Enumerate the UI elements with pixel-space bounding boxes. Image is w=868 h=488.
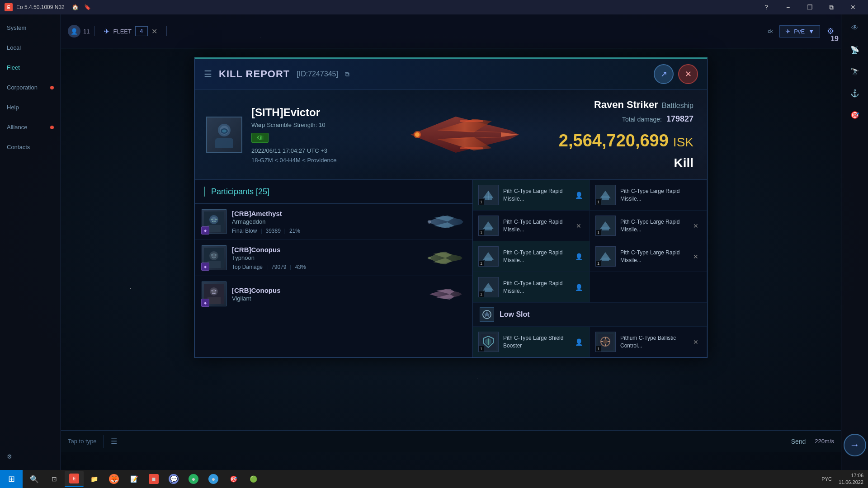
participant-ship-2: Typhoon <box>232 254 420 261</box>
taskbar-explorer[interactable]: 📁 <box>85 471 104 487</box>
items-panel: 1 Pith C-Type Large Rapid Missile... 👤 <box>473 180 707 357</box>
item-action-4[interactable]: 👤 <box>573 282 584 293</box>
bookmark-icon[interactable]: 🔖 <box>84 4 91 10</box>
taskbar-game[interactable]: E <box>65 471 84 487</box>
close-modal-button[interactable]: ✕ <box>678 64 698 84</box>
item-row-4[interactable]: 1 Pith C-Type Large Rapid Missile... 👤 <box>473 272 590 303</box>
fleet-count-box[interactable]: 4 <box>135 26 148 36</box>
item-name-1: Pith C-Type Large Rapid Missile... <box>503 188 569 203</box>
item-action-r3[interactable]: ✕ <box>690 251 701 262</box>
low-slot-action-2[interactable]: ✕ <box>690 337 701 347</box>
taskbar-notepad[interactable]: 📝 <box>124 471 143 487</box>
item-name-r1: Pith C-Type Large Rapid Missile... <box>620 188 701 203</box>
sidebar-item-help[interactable]: Help <box>0 99 61 116</box>
participant-item-2[interactable]: ◆ [CRB]Conopus Typhoon Top Damage | 7907… <box>195 240 472 276</box>
right-sidebar-icon-2[interactable]: 📡 <box>846 41 864 59</box>
hero-left-panel: [SITH]Evictor Warp Scramble Strength: 10… <box>195 90 367 179</box>
stat-label-1: Final Blow <box>232 228 257 234</box>
item-action-2[interactable]: ✕ <box>573 221 584 231</box>
export-button[interactable]: ↗ <box>654 64 674 84</box>
right-sidebar-icon-3[interactable]: 🔭 <box>846 62 864 80</box>
taskbar-firefox[interactable]: 🦊 <box>104 471 123 487</box>
sidebar-label-contacts: Contacts <box>7 144 30 150</box>
item-qty-r1: 1 <box>596 199 601 205</box>
mode-selector[interactable]: ✈ PvE ▼ <box>779 25 820 38</box>
chat-bar: Tap to type ☰ Send 220m/s <box>61 430 841 452</box>
taskbar-discord[interactable]: 💬 <box>164 471 183 487</box>
user-avatar-icon: 👤 <box>68 25 80 38</box>
item-row-r3[interactable]: 1 Pith C-Type Large Rapid Missile... ✕ <box>590 241 707 272</box>
participants-panel: Participants [25] <box>195 180 473 357</box>
notepad-icon: 📝 <box>129 474 139 484</box>
participant-item-3[interactable]: ◆ [CRB]Conopus Vigilant <box>195 276 472 312</box>
taskbar-taskview[interactable]: ⊡ <box>45 471 64 487</box>
item-action-1[interactable]: 👤 <box>573 190 584 201</box>
low-slot-action-1[interactable]: 👤 <box>573 337 584 347</box>
sidebar-item-fleet[interactable]: Fleet <box>0 59 61 76</box>
map-controls: ck <box>768 28 773 34</box>
participant-ship-img-2 <box>425 249 466 267</box>
sidebar-label-local: Local <box>7 44 21 51</box>
svg-rect-28 <box>208 261 221 268</box>
restore-button[interactable]: ⧉ <box>821 0 842 14</box>
participant-stats-1: Final Blow | 39389 | 21% <box>232 228 420 234</box>
explorer-icon: 📁 <box>89 474 99 484</box>
item-name-4: Pith C-Type Large Rapid Missile... <box>503 280 569 295</box>
send-button[interactable]: Send <box>791 438 806 445</box>
participant-avatar-1: ◆ <box>202 209 226 234</box>
chat-menu-icon[interactable]: ☰ <box>111 437 117 446</box>
participant-item[interactable]: ◆ [CRB]Amethyst Armageddon Final Blow | … <box>195 204 472 240</box>
sidebar-item-contacts[interactable]: Contacts <box>0 138 61 156</box>
close-button[interactable]: ✕ <box>843 0 863 14</box>
corporation-notification-dot <box>50 86 54 89</box>
item-action-3[interactable]: 👤 <box>573 251 584 262</box>
right-sidebar-icon-4[interactable]: ⚓ <box>846 84 864 102</box>
left-sidebar: System Local Fleet Corporation Help Alli… <box>0 14 61 470</box>
taskbar-right: PYC 17:06 11.06.2022 <box>817 472 868 486</box>
ship-image <box>383 103 528 166</box>
svg-rect-63 <box>602 258 609 261</box>
taskbar-app4[interactable]: 🎯 <box>224 471 243 487</box>
fleet-close-button[interactable]: ✕ <box>151 27 157 36</box>
svg-point-34 <box>428 257 431 259</box>
participant-avatar-3: ◆ <box>202 282 226 306</box>
taskbar-app5[interactable]: 🟢 <box>244 471 263 487</box>
svg-point-4 <box>222 130 226 133</box>
taskbar-app3[interactable]: ● <box>204 471 223 487</box>
sidebar-item-settings[interactable]: ⚙ <box>0 448 61 465</box>
taskbar-search[interactable]: 🔍 <box>25 471 44 487</box>
right-sidebar-arrow[interactable]: → <box>844 434 866 456</box>
svg-rect-54 <box>485 227 492 230</box>
minimize-button[interactable]: − <box>778 0 798 14</box>
sidebar-item-system[interactable]: System <box>0 19 61 37</box>
svg-rect-18 <box>208 225 221 232</box>
modal-action-buttons: ↗ ✕ <box>654 64 698 84</box>
help-button[interactable]: ? <box>756 0 777 14</box>
svg-point-75 <box>603 339 608 344</box>
low-slot-item-2[interactable]: 1 Pithum C-Type Ballistic Control... ✕ <box>590 327 707 357</box>
low-slot-item-1[interactable]: 1 Pith C-Type Large Shield Booster 👤 <box>473 327 590 357</box>
user-section[interactable]: 👤 11 <box>68 25 90 38</box>
right-sidebar-icon-5[interactable]: 🎯 <box>846 106 864 124</box>
sidebar-item-local[interactable]: Local <box>0 39 61 56</box>
right-sidebar-icon-1[interactable]: 👁 <box>846 19 864 37</box>
hamburger-icon[interactable]: ☰ <box>204 69 212 80</box>
item-action-r2[interactable]: ✕ <box>690 221 701 231</box>
taskbar-app1[interactable]: ■ <box>144 471 163 487</box>
stat-label-2: Top Damage <box>232 264 263 270</box>
pilot-avatar <box>206 117 242 153</box>
maximize-button[interactable]: ❐ <box>799 0 820 14</box>
start-button[interactable]: ⊞ <box>0 470 23 488</box>
item-row-r2[interactable]: 1 Pith C-Type Large Rapid Missile... ✕ <box>590 211 707 241</box>
sidebar-item-alliance[interactable]: Alliance <box>0 118 61 136</box>
svg-point-27 <box>211 253 217 258</box>
copy-icon[interactable]: ⧉ <box>345 70 349 78</box>
item-row-1[interactable]: 1 Pith C-Type Large Rapid Missile... 👤 <box>473 180 590 211</box>
home-icon[interactable]: 🏠 <box>72 4 79 10</box>
taskbar-app2[interactable]: ● <box>184 471 203 487</box>
item-row-3[interactable]: 1 Pith C-Type Large Rapid Missile... 👤 <box>473 241 590 272</box>
sidebar-item-corporation[interactable]: Corporation <box>0 79 61 96</box>
item-row-r1[interactable]: 1 Pith C-Type Large Rapid Missile... <box>590 180 707 211</box>
svg-rect-13 <box>460 120 483 122</box>
item-row-2[interactable]: 1 Pith C-Type Large Rapid Missile... ✕ <box>473 211 590 241</box>
